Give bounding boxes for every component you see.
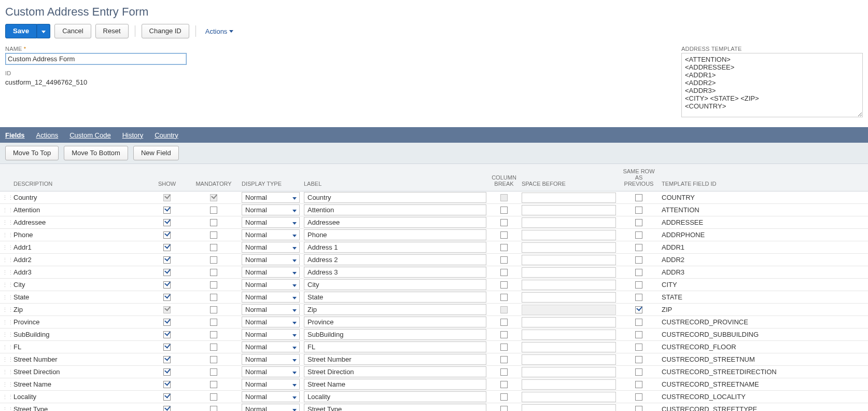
drag-handle-icon[interactable]: ⋮⋮ — [2, 283, 9, 287]
display-type-dropdown[interactable]: Normal — [242, 379, 300, 390]
show-checkbox[interactable] — [163, 344, 171, 351]
space-before-input[interactable] — [522, 217, 616, 228]
display-type-dropdown[interactable]: Normal — [242, 242, 300, 253]
display-type-dropdown[interactable]: Normal — [242, 217, 300, 228]
mandatory-checkbox[interactable] — [210, 219, 217, 226]
display-type-dropdown[interactable]: Normal — [242, 404, 300, 411]
column-break-checkbox[interactable] — [500, 256, 508, 264]
label-input[interactable] — [304, 304, 486, 315]
save-button[interactable]: Save — [5, 24, 37, 38]
space-before-input[interactable] — [522, 317, 616, 327]
table-row[interactable]: ⋮⋮Addr1NormalADDR1 — [0, 241, 868, 254]
show-checkbox[interactable] — [163, 231, 171, 239]
drag-handle-icon[interactable]: ⋮⋮ — [2, 358, 9, 362]
column-break-checkbox[interactable] — [500, 231, 508, 239]
drag-handle-icon[interactable]: ⋮⋮ — [2, 333, 9, 337]
display-type-dropdown[interactable]: Normal — [242, 391, 300, 402]
space-before-input[interactable] — [522, 404, 616, 412]
same-row-checkbox[interactable] — [635, 306, 642, 313]
mandatory-checkbox[interactable] — [210, 294, 217, 301]
table-row[interactable]: ⋮⋮Street DirectionNormalCUSTRECORD_STREE… — [0, 366, 868, 378]
table-row[interactable]: ⋮⋮PhoneNormalADDRPHONE — [0, 229, 868, 241]
label-input[interactable] — [304, 217, 486, 228]
same-row-checkbox[interactable] — [635, 269, 642, 276]
label-input[interactable] — [304, 292, 486, 303]
mandatory-checkbox[interactable] — [210, 207, 217, 214]
change-id-button[interactable]: Change ID — [142, 24, 189, 38]
column-break-checkbox[interactable] — [500, 294, 508, 301]
column-break-checkbox[interactable] — [500, 319, 508, 326]
mandatory-checkbox[interactable] — [210, 406, 217, 411]
display-type-dropdown[interactable]: Normal — [242, 229, 300, 240]
space-before-input[interactable] — [522, 354, 616, 365]
tab-history[interactable]: History — [122, 131, 143, 139]
mandatory-checkbox[interactable] — [210, 381, 217, 388]
tab-custom-code[interactable]: Custom Code — [69, 131, 110, 139]
show-checkbox[interactable] — [163, 269, 171, 276]
show-checkbox[interactable] — [163, 406, 171, 411]
same-row-checkbox[interactable] — [635, 368, 642, 376]
same-row-checkbox[interactable] — [635, 219, 642, 226]
table-row[interactable]: ⋮⋮Street NameNormalCUSTRECORD_STREETNAME — [0, 378, 868, 391]
same-row-checkbox[interactable] — [635, 256, 642, 264]
label-input[interactable] — [304, 317, 486, 327]
show-checkbox[interactable] — [163, 256, 171, 264]
column-break-checkbox[interactable] — [500, 207, 508, 214]
column-break-checkbox[interactable] — [500, 356, 508, 363]
space-before-input[interactable] — [522, 280, 616, 290]
drag-handle-icon[interactable]: ⋮⋮ — [2, 245, 9, 250]
table-row[interactable]: ⋮⋮SubBuildingNormalCUSTRECORD_SUBBUILDIN… — [0, 328, 868, 341]
space-before-input[interactable] — [522, 367, 616, 377]
space-before-input[interactable] — [522, 255, 616, 265]
table-row[interactable]: ⋮⋮StateNormalSTATE — [0, 291, 868, 304]
table-row[interactable]: ⋮⋮Street NumberNormalCUSTRECORD_STREETNU… — [0, 353, 868, 366]
same-row-checkbox[interactable] — [635, 393, 642, 401]
label-input[interactable] — [304, 341, 486, 352]
mandatory-checkbox[interactable] — [210, 244, 217, 251]
label-input[interactable] — [304, 366, 486, 377]
mandatory-checkbox[interactable] — [210, 331, 217, 338]
table-row[interactable]: ⋮⋮CountryNormalCOUNTRY — [0, 191, 868, 204]
reset-button[interactable]: Reset — [95, 24, 129, 38]
table-row[interactable]: ⋮⋮LocalityNormalCUSTRECORD_LOCALITY — [0, 391, 868, 403]
label-input[interactable] — [304, 229, 486, 240]
display-type-dropdown[interactable]: Normal — [242, 267, 300, 278]
label-input[interactable] — [304, 192, 486, 203]
same-row-checkbox[interactable] — [635, 356, 642, 363]
mandatory-checkbox[interactable] — [210, 319, 217, 326]
drag-handle-icon[interactable]: ⋮⋮ — [2, 233, 9, 237]
same-row-checkbox[interactable] — [635, 294, 642, 301]
table-row[interactable]: ⋮⋮Addr2NormalADDR2 — [0, 254, 868, 266]
label-input[interactable] — [304, 254, 486, 265]
table-row[interactable]: ⋮⋮AddresseeNormalADDRESSEE — [0, 216, 868, 229]
table-row[interactable]: ⋮⋮Addr3NormalADDR3 — [0, 266, 868, 279]
label-input[interactable] — [304, 379, 486, 390]
label-input[interactable] — [304, 267, 486, 278]
same-row-checkbox[interactable] — [635, 194, 642, 201]
drag-handle-icon[interactable]: ⋮⋮ — [2, 308, 9, 312]
label-input[interactable] — [304, 329, 486, 340]
drag-handle-icon[interactable]: ⋮⋮ — [2, 196, 9, 200]
mandatory-checkbox[interactable] — [210, 306, 217, 313]
mandatory-checkbox[interactable] — [210, 393, 217, 401]
show-checkbox[interactable] — [163, 244, 171, 251]
drag-handle-icon[interactable]: ⋮⋮ — [2, 270, 9, 275]
label-input[interactable] — [304, 204, 486, 215]
space-before-input[interactable] — [522, 292, 616, 303]
column-break-checkbox[interactable] — [500, 331, 508, 338]
tab-country[interactable]: Country — [155, 131, 178, 139]
drag-handle-icon[interactable]: ⋮⋮ — [2, 407, 9, 412]
tab-actions[interactable]: Actions — [36, 131, 59, 139]
same-row-checkbox[interactable] — [635, 231, 642, 239]
actions-menu[interactable]: Actions — [205, 28, 234, 35]
table-row[interactable]: ⋮⋮FLNormalCUSTRECORD_FLOOR — [0, 341, 868, 353]
space-before-input[interactable] — [522, 342, 616, 352]
space-before-input[interactable] — [522, 193, 616, 203]
show-checkbox[interactable] — [163, 331, 171, 338]
mandatory-checkbox[interactable] — [210, 231, 217, 239]
column-break-checkbox[interactable] — [500, 269, 508, 276]
drag-handle-icon[interactable]: ⋮⋮ — [2, 221, 9, 225]
column-break-checkbox[interactable] — [500, 219, 508, 226]
display-type-dropdown[interactable]: Normal — [242, 204, 300, 215]
space-before-input[interactable] — [522, 379, 616, 390]
